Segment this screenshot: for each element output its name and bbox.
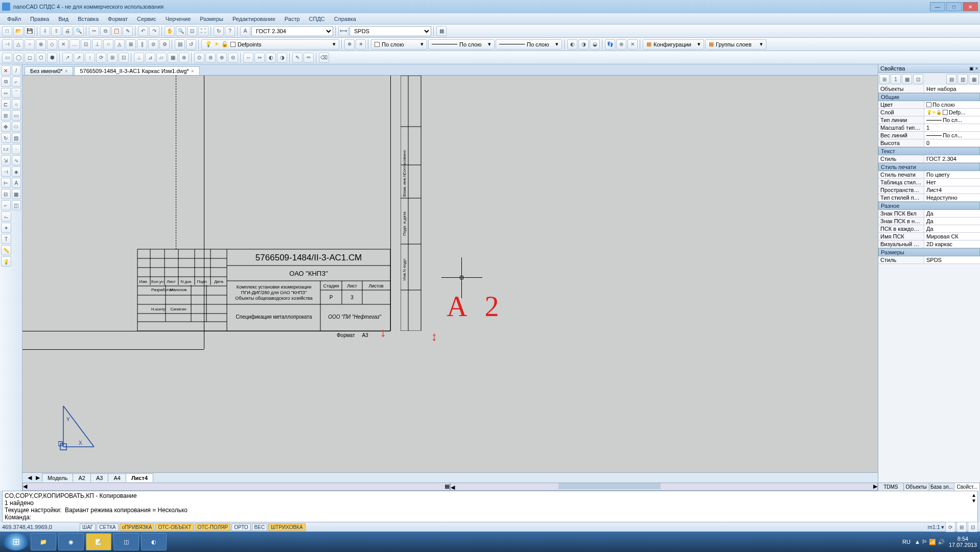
redo-icon[interactable]: ↷ [149,26,159,36]
system-tray[interactable]: RU ▲ 🏳 📶 🔊 8:54 17.07.2013 [902,536,977,548]
prop-tab-tdms[interactable]: TDMS [878,483,904,491]
snap-end-icon[interactable]: ⊣ [2,39,12,50]
spds-3-icon[interactable]: ◻ [25,53,35,63]
import-icon[interactable]: ⇩ [40,26,50,36]
snap-mid-icon[interactable]: △ [13,39,24,50]
layer-states-icon[interactable]: ▤ [175,39,185,50]
tab-a3[interactable]: А3 [90,473,108,482]
prop-tab-objects[interactable]: Объекты [904,483,929,491]
scale-icon[interactable]: 1:2 [1,144,11,154]
spds-15-icon[interactable]: ▦ [168,53,178,63]
task-app1-icon[interactable]: ◫ [113,533,139,550]
polyline-icon[interactable]: ⌐ [12,77,21,87]
sb-shtrikh[interactable]: ШТРИХОВКА [268,523,305,531]
menu-view[interactable]: Вид [54,15,73,23]
prop-filter-2-icon[interactable]: ▥ [958,74,968,84]
spds-14-icon[interactable]: ▱ [156,53,167,63]
spds-9-icon[interactable]: ⟳ [96,53,106,63]
tab-a4[interactable]: А4 [108,473,126,482]
sb-ves[interactable]: ВЕС [252,523,268,531]
freeze-icon[interactable]: ❄ [344,39,355,50]
dim-style-dropdown[interactable]: SPDS [349,26,431,36]
text-icon-2[interactable]: T [1,234,11,244]
snap-none-icon[interactable]: ⊘ [148,39,158,50]
menu-dim[interactable]: Размеры [196,15,227,23]
menu-file[interactable]: Файл [3,15,25,23]
copy-tool-icon[interactable]: ⧉ [1,77,11,87]
break-icon[interactable]: ⊟ [1,189,11,199]
menu-modify[interactable]: Редактирование [228,15,279,23]
spds-12-icon[interactable]: ⟂ [134,53,144,63]
dim-style-icon[interactable]: ⟷ [338,26,348,36]
snap-near-icon[interactable]: ◬ [114,39,125,50]
start-button[interactable]: ⊞ [3,533,29,550]
fillet-icon[interactable]: ⌐ [1,200,11,210]
sb-icon-3[interactable]: ⊡ [968,522,978,532]
snap-cen-icon[interactable]: ○ [25,39,35,50]
match-icon[interactable]: ✎ [123,26,133,36]
layer-merge-icon[interactable]: ⊕ [616,39,626,50]
doc-tab-0[interactable]: Без имени0*× [25,66,73,75]
minimize-button[interactable]: — [930,2,945,11]
print-icon[interactable]: 🖨 [62,26,73,36]
regen-icon[interactable]: ↻ [214,26,224,36]
spds-22-icon[interactable]: ⇔ [254,53,265,63]
close-tab-icon[interactable]: × [65,68,68,74]
spds-8-icon[interactable]: ↕ [85,53,95,63]
undo-icon[interactable]: ↶ [138,26,148,36]
tab-list4[interactable]: Лист4 [126,473,153,482]
save-icon[interactable]: 💾 [25,26,35,36]
snap-perp-icon[interactable]: ⊥ [92,39,102,50]
lineweight-dropdown[interactable]: По слою▾ [496,39,562,50]
zoom-window-icon[interactable]: ⊡ [187,26,197,36]
spds-27-icon[interactable]: ⌫ [319,53,329,63]
circle-icon[interactable]: ○ [12,99,21,109]
block-icon[interactable]: ◫ [12,200,21,210]
snap-quad-icon[interactable]: ◇ [47,39,57,50]
explode-icon[interactable]: ✴ [1,223,11,233]
sb-icon-1[interactable]: ⟳ [945,522,955,532]
new-icon[interactable]: □ [2,26,12,36]
layer-dropdown[interactable]: 💡☀🔓 Defpoints▾ [201,39,339,50]
command-window[interactable]: CO,COPY,CP,КОПИРОВАТЬ,КП - Копирование 1… [2,491,978,522]
spds-18-icon[interactable]: ⊚ [205,53,216,63]
menu-service[interactable]: Сервис [133,15,160,23]
zoom-icon[interactable]: 🔍 [176,26,186,36]
light-icon[interactable]: 💡 [1,256,11,267]
text-style-icon[interactable]: A [240,26,250,36]
layer-del-icon[interactable]: ✕ [627,39,638,50]
task-app2-icon[interactable]: ◐ [141,533,167,550]
text-style-dropdown[interactable]: ГОСТ 2.304 [251,26,333,36]
spds-5-icon[interactable]: ⬢ [47,53,57,63]
move-icon[interactable]: ✥ [1,122,11,132]
spline-icon[interactable]: ∿ [12,155,21,165]
prop-toggle-2-icon[interactable]: 1 [891,74,901,84]
hscroll-left[interactable]: ◀ ▦ [22,483,450,491]
pan-icon[interactable]: ✋ [165,26,175,36]
snap-tan-icon[interactable]: ○ [103,39,113,50]
sb-setka[interactable]: СЕТКА [97,523,119,531]
close-tab-icon[interactable]: × [191,68,194,74]
line-icon[interactable]: / [12,65,21,76]
sb-icon-2[interactable]: ⊞ [956,522,967,532]
cut-icon[interactable]: ✂ [89,26,99,36]
snap-ext-icon[interactable]: … [69,39,80,50]
point-icon[interactable]: · [12,144,21,154]
zoom-extent-icon[interactable]: ⛶ [198,26,208,36]
task-chrome-icon[interactable]: ◉ [58,533,84,550]
spds-21-icon[interactable]: ↔ [243,53,253,63]
task-notes-icon[interactable]: 📝 [86,533,111,550]
layer-prev-icon[interactable]: ↺ [186,39,196,50]
config-dropdown[interactable]: ▦Конфигурации▾ [643,39,704,50]
spds-6-icon[interactable]: ↗ [62,53,73,63]
spds-19-icon[interactable]: ⊕ [217,53,227,63]
mirror-icon[interactable]: ⇿ [1,88,11,98]
snap-settings-icon[interactable]: ⚙ [159,39,170,50]
rect-icon[interactable]: ▭ [12,110,21,121]
open-icon[interactable]: 📂 [13,26,24,36]
arc-icon[interactable]: ⌒ [12,88,21,98]
menu-raster[interactable]: Растр [281,15,304,23]
spds-4-icon[interactable]: ⬡ [36,53,46,63]
prop-filter-3-icon[interactable]: ▦ [969,74,979,84]
hscroll-main[interactable]: ◀ ▶ [450,483,878,491]
